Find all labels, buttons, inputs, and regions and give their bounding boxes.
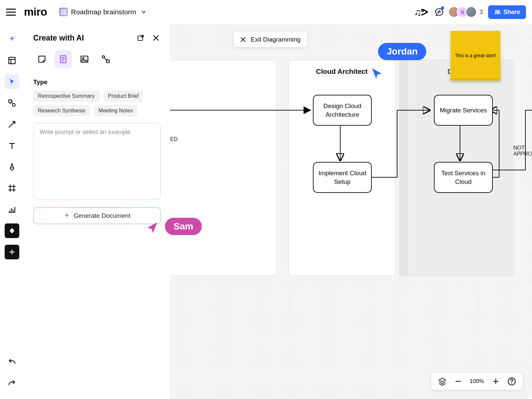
board-selector[interactable]: Roadmap brainstorm (59, 8, 146, 16)
node-implement-cloud-setup[interactable]: Implement Cloud Setup (313, 162, 372, 193)
svg-point-0 (495, 10, 497, 12)
zoom-level[interactable]: 100% (470, 378, 484, 385)
share-icon (494, 9, 501, 15)
cursor-pointer-icon (145, 220, 160, 235)
board-name: Roadmap brainstorm (71, 8, 136, 16)
cursor-pointer-icon (370, 66, 384, 80)
redo-icon (8, 380, 16, 387)
shapes-icon (8, 99, 16, 107)
node-migrate-services[interactable]: Migrate Services (434, 95, 493, 126)
frame-icon (8, 184, 16, 193)
help-icon (507, 377, 516, 386)
text-tool[interactable] (5, 138, 19, 153)
pen-tool[interactable] (5, 160, 19, 174)
edge-label-truncated: ED (170, 136, 178, 142)
participant-avatars[interactable]: V 3 (451, 6, 483, 18)
image-icon (80, 55, 89, 64)
text-icon (8, 141, 16, 150)
svg-point-10 (82, 58, 84, 59)
avatar (466, 6, 477, 18)
zoom-out-button[interactable] (454, 377, 463, 386)
chevron-down-icon (141, 9, 146, 15)
svg-rect-3 (9, 57, 15, 64)
panel-title: Create with AI (33, 34, 84, 43)
plus-icon (492, 378, 499, 385)
board-icon (59, 8, 68, 16)
svg-point-2 (14, 36, 15, 37)
chip-product-brief[interactable]: Product Brief (103, 90, 143, 102)
frame-tool[interactable] (5, 181, 19, 196)
chip-research[interactable]: Research Synthesis (33, 105, 90, 116)
swimlane-partial[interactable] (170, 60, 277, 276)
svg-point-6 (11, 167, 12, 168)
activity-button[interactable] (433, 6, 446, 18)
close-icon (240, 37, 246, 43)
minus-icon (455, 378, 462, 385)
share-button[interactable]: Share (488, 5, 526, 19)
logo: miro (24, 6, 47, 18)
menu-button[interactable] (6, 7, 16, 17)
arrow-icon (8, 120, 16, 129)
chip-retrospective[interactable]: Retrospective Summary (33, 90, 99, 102)
remote-cursor-sam: Sam (165, 218, 202, 235)
apps-tool[interactable] (5, 223, 19, 238)
svg-rect-4 (9, 100, 12, 103)
sticky-note[interactable]: This is a great start! (451, 31, 500, 80)
edge-label-not-approved: NOT APPROVED (513, 145, 532, 157)
diagram-icon (101, 55, 110, 64)
shape-fill-icon (8, 227, 16, 234)
templates-tool[interactable] (5, 53, 19, 68)
sticky-icon (37, 55, 47, 64)
cursor-icon (8, 78, 16, 86)
exit-label: Exit Diagramming (251, 36, 301, 43)
close-icon (152, 34, 160, 42)
notification-dot-icon (441, 6, 444, 10)
type-label: Type (33, 78, 161, 86)
sparkle-icon (8, 35, 16, 44)
svg-point-1 (498, 10, 500, 12)
undo-icon (8, 359, 16, 366)
pen-icon (8, 163, 16, 171)
mode-image[interactable] (76, 51, 93, 68)
generate-button[interactable]: Generate Document (33, 207, 161, 224)
node-test-services[interactable]: Test Services in Cloud (434, 162, 493, 193)
layout-icon (8, 56, 16, 65)
close-button[interactable] (151, 33, 161, 43)
share-label: Share (503, 9, 520, 16)
svg-point-14 (511, 383, 512, 384)
prompt-input[interactable] (33, 123, 161, 200)
chart-icon (8, 205, 16, 214)
layers-button[interactable] (438, 377, 447, 386)
expand-button[interactable] (136, 33, 145, 43)
reactions-button[interactable]: ♫ᕗ (414, 6, 428, 18)
sparkle-icon (64, 212, 70, 219)
popout-icon (137, 34, 145, 42)
shapes-tool[interactable] (5, 96, 19, 110)
node-design-cloud-architecture[interactable]: Design Cloud Architecture (313, 95, 372, 126)
remote-cursor-jordan: Jordan (378, 43, 426, 60)
mode-document[interactable] (55, 51, 72, 68)
mode-diagram[interactable] (97, 51, 114, 68)
connector-tool[interactable] (5, 117, 19, 132)
chart-tool[interactable] (5, 202, 19, 217)
plus-icon (9, 249, 15, 255)
exit-diagramming-button[interactable]: Exit Diagramming (233, 32, 307, 47)
layers-icon (438, 377, 447, 386)
svg-point-5 (12, 103, 15, 106)
undo-button[interactable] (5, 355, 19, 370)
document-icon (59, 55, 68, 64)
more-tools[interactable] (5, 245, 19, 259)
participant-count: 3 (479, 9, 483, 16)
help-button[interactable] (507, 377, 516, 386)
redo-button[interactable] (5, 376, 19, 391)
mode-sticky[interactable] (33, 51, 51, 68)
zoom-in-button[interactable] (491, 377, 500, 386)
chip-meeting-notes[interactable]: Meeting Notes (94, 105, 137, 116)
ai-tool[interactable] (5, 32, 19, 47)
generate-label: Generate Document (73, 212, 130, 219)
select-tool[interactable] (5, 74, 19, 89)
